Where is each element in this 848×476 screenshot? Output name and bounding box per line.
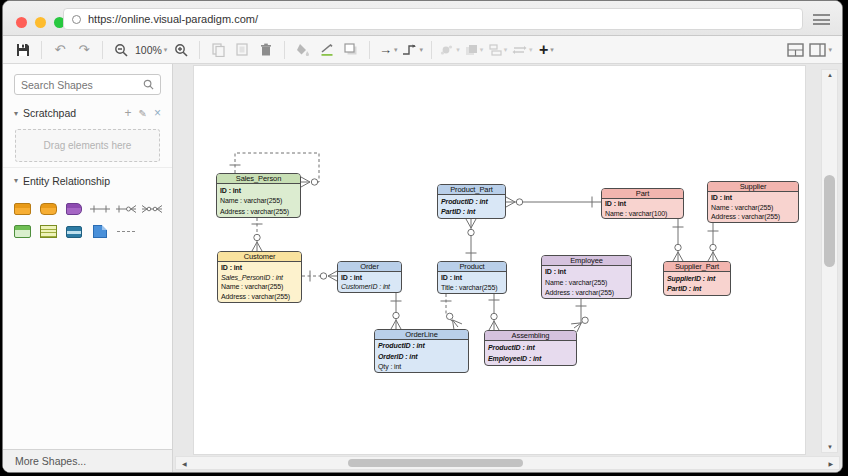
layout-split-icon <box>787 43 804 57</box>
zero-cardinality-icon <box>311 179 317 185</box>
entity-attribute: ID : int <box>602 199 683 208</box>
zoom-out-button[interactable] <box>111 39 131 61</box>
trash-icon <box>260 43 272 56</box>
entity-OrderLine[interactable]: OrderLineProductID : intOrderID : intQty… <box>374 329 469 373</box>
entity-Employee[interactable]: EmployeeID : intName : varchar(255)Addre… <box>541 255 632 299</box>
scroll-left-icon[interactable]: ◀ <box>182 460 187 467</box>
undo-button[interactable]: ↶ <box>50 39 70 61</box>
entity-title: Employee <box>542 256 631 266</box>
vertical-scrollbar[interactable]: ▲ ▼ <box>821 69 838 453</box>
delete-button[interactable] <box>256 39 276 61</box>
chevron-down-icon: ▾ <box>164 46 168 54</box>
entity-Product[interactable]: ProductID : intTitle : varchar(255) <box>437 261 507 294</box>
traffic-lights <box>16 17 65 28</box>
fill-color-button[interactable] <box>293 39 313 61</box>
palette-link-one-to-one[interactable] <box>89 204 111 214</box>
palette-entity-orange-alt[interactable] <box>40 203 57 215</box>
entity-Supplier_Part[interactable]: Supplier_PartSupplierID : intPartID : in… <box>663 261 731 296</box>
palette-note-blue[interactable] <box>93 225 107 238</box>
palette-dashed-line[interactable] <box>117 231 135 232</box>
add-shape-dropdown[interactable]: +▾ <box>536 39 556 61</box>
horizontal-scroll-thumb[interactable] <box>348 459 523 467</box>
edit-style-dropdown[interactable]: ▾ <box>440 39 460 61</box>
entity-Supplier[interactable]: SupplierID : intName : varchar(255)Addre… <box>707 181 799 223</box>
palette-entity-purple[interactable] <box>66 203 82 215</box>
chevron-down-icon: ▾ <box>828 46 832 54</box>
scratchpad-dropzone[interactable]: Drag elements here <box>15 129 160 162</box>
entity-attribute: EmployeeID : int <box>485 354 576 363</box>
diagram-page[interactable]: Sales_PersonID : intName : varchar(255)A… <box>193 65 806 455</box>
chevron-down-icon: ▾ <box>550 46 554 54</box>
address-bar[interactable]: https://online.visual-paradigm.com/ <box>63 8 803 30</box>
scroll-up-icon[interactable]: ▲ <box>827 72 833 78</box>
canvas-region: Sales_PersonID : intName : varchar(255)A… <box>173 64 842 472</box>
layout-panel-icon <box>809 43 826 57</box>
entity-title: Assembling <box>485 331 576 341</box>
scratchpad-close-icon[interactable]: × <box>154 106 161 120</box>
more-shapes-button[interactable]: More Shapes... <box>3 449 172 472</box>
entity-title: OrderLine <box>375 330 468 340</box>
scroll-down-icon[interactable]: ▼ <box>827 444 833 450</box>
minimize-window-button[interactable] <box>35 17 46 28</box>
scratchpad-header[interactable]: ▾ Scratchpad + ✎ × <box>3 100 172 126</box>
layout-split-button[interactable] <box>785 39 805 61</box>
horizontal-scrollbar[interactable]: ◀ ▶ <box>175 456 840 470</box>
align-icon <box>489 44 502 56</box>
entity-attribute: Address : varchar(255) <box>217 207 300 216</box>
search-input[interactable] <box>21 79 143 91</box>
zero-cardinality-icon <box>320 273 326 279</box>
copy-button[interactable] <box>208 39 228 61</box>
shadow-icon <box>344 43 358 56</box>
entity-attribute: Address : varchar(255) <box>542 288 631 297</box>
entity-Product_Part[interactable]: Product_PartProductID : intPartID : int <box>437 184 506 219</box>
redo-button[interactable]: ↷ <box>74 39 94 61</box>
shadow-button[interactable] <box>341 39 361 61</box>
palette-entity-orange[interactable] <box>14 203 31 215</box>
distribute-dropdown[interactable]: ▾ <box>512 39 533 61</box>
to-front-dropdown[interactable]: ▾ <box>464 39 484 61</box>
paste-button[interactable] <box>232 39 252 61</box>
align-dropdown[interactable]: ▾ <box>488 39 508 61</box>
palette-table-grid[interactable] <box>40 225 57 238</box>
reload-icon[interactable] <box>72 15 81 24</box>
zoom-in-icon <box>174 43 188 57</box>
browser-menu-icon[interactable] <box>813 14 830 28</box>
entity-attribute: Address : varchar(255) <box>218 292 301 301</box>
save-button[interactable] <box>13 39 33 61</box>
layout-panel-dropdown[interactable]: ▾ <box>809 39 832 61</box>
connector-style-dropdown[interactable]: ▾ <box>402 39 423 61</box>
entity-relationship-header[interactable]: ▾ Entity Relationship <box>3 167 172 193</box>
entity-Part[interactable]: PartID : intName : varchar(100) <box>601 188 684 219</box>
palette-table-green[interactable] <box>14 225 31 238</box>
fill-color-icon <box>296 43 310 56</box>
search-shapes-box[interactable] <box>14 74 161 95</box>
zero-cardinality-icon <box>491 313 497 319</box>
zero-cardinality-icon <box>675 244 681 250</box>
zoom-level-dropdown[interactable]: 100%▾ <box>135 39 167 61</box>
entity-Assembling[interactable]: AssemblingProductID : intEmployeeID : in… <box>484 330 577 366</box>
vertical-scroll-thumb[interactable] <box>824 175 835 267</box>
entity-title: Product <box>438 262 506 272</box>
scratchpad-edit-icon[interactable]: ✎ <box>139 108 147 119</box>
entity-Order[interactable]: OrderID : intCustomerID : int <box>337 261 402 293</box>
palette-link-one-to-many[interactable] <box>115 204 137 214</box>
palette-link-many-to-many[interactable] <box>141 204 163 214</box>
entity-Customer[interactable]: CustomerID : intSales_PersonID : intName… <box>217 251 302 303</box>
zoom-in-button[interactable] <box>171 39 191 61</box>
zero-cardinality-icon <box>710 244 716 250</box>
collapse-icon[interactable]: ▾ <box>14 176 18 185</box>
zero-cardinality-icon <box>516 199 522 205</box>
entity-attribute: Name : varchar(100) <box>602 209 683 218</box>
copy-icon <box>212 43 225 57</box>
line-color-button[interactable] <box>317 39 337 61</box>
edit-style-icon <box>440 44 454 56</box>
url-text: https://online.visual-paradigm.com/ <box>88 13 258 25</box>
scroll-right-icon[interactable]: ▶ <box>828 460 833 467</box>
collapse-icon[interactable]: ▾ <box>14 109 18 118</box>
close-window-button[interactable] <box>16 17 27 28</box>
arrow-style-dropdown[interactable]: →▾ <box>378 39 398 61</box>
entity-Sales_Person[interactable]: Sales_PersonID : intName : varchar(255)A… <box>216 173 301 218</box>
scratchpad-add-icon[interactable]: + <box>125 106 132 120</box>
palette-view-teal[interactable] <box>66 226 82 238</box>
to-front-icon <box>465 44 478 56</box>
